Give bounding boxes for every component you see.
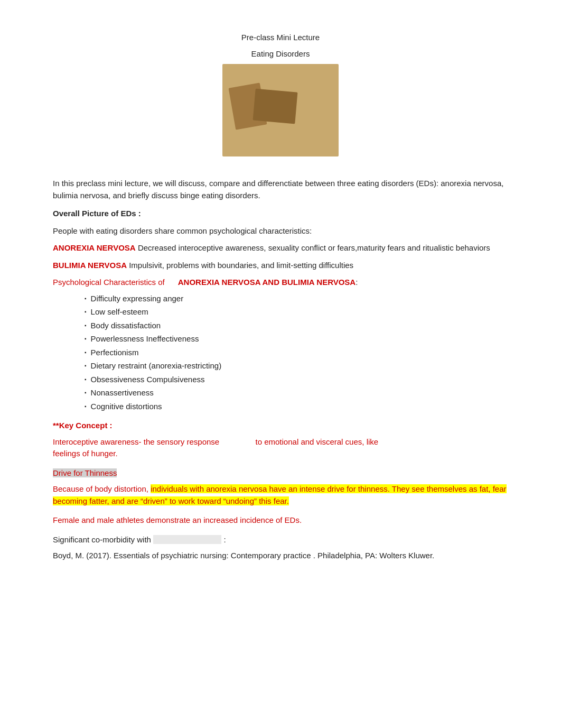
characteristics-list: Difficulty expressing anger Low self-est… [85, 293, 508, 413]
list-item: Obsessiveness Compulsiveness [85, 374, 508, 386]
comorbidity-colon: : [223, 535, 226, 544]
header-title: Pre-class Mini Lecture [53, 32, 508, 44]
anorexia-desc: Decreased interoceptive awareness, sexua… [138, 243, 490, 252]
book-image [222, 64, 339, 156]
drive-title: Drive for Thinness [53, 468, 117, 477]
eating-disorders-label: Eating Disorders [251, 49, 310, 58]
key-concept-label: ** [53, 421, 59, 430]
list-item: Perfectionism [85, 347, 508, 359]
psych-char-label: Psychological Characteristics of [53, 277, 165, 289]
psych-char-title: ANOREXIA NERVOSA AND BULIMIA NERVOSA [178, 277, 356, 289]
pre-class-label: Pre-class Mini Lecture [241, 33, 320, 42]
intro-paragraph: In this preclass mini lecture, we will d… [53, 178, 508, 201]
list-item: Dietary restraint (anorexia-restricting) [85, 360, 508, 372]
list-item: Difficulty expressing anger [85, 293, 508, 305]
bulimia-label: BULIMIA NERVOSA [53, 261, 127, 270]
comorbidity-label: Significant co-morbidity with [53, 535, 151, 544]
anorexia-label: ANOREXIA NERVOSA [53, 243, 136, 252]
psych-char-heading: Psychological Characteristics of ANOREXI… [53, 277, 508, 289]
list-item: Body dissatisfaction [85, 320, 508, 332]
people-text: People with eating disorders share commo… [53, 225, 508, 237]
psych-char-colon: : [356, 277, 358, 289]
header-subtitle: Eating Disorders [53, 48, 508, 60]
athletes-line: Female and male athletes demonstrate an … [53, 514, 508, 527]
interoceptive-line2: feelings of hunger. [53, 448, 508, 460]
list-item: Low self-esteem [85, 306, 508, 318]
interoceptive-text1: Interoceptive awareness- the sensory res… [53, 437, 219, 446]
bulimia-line: BULIMIA NERVOSA Impulsivit, problems wit… [53, 260, 508, 272]
drive-thinness-heading: Drive for Thinness [53, 467, 508, 480]
interoceptive-text2: to emotional and visceral cues, like [256, 437, 379, 446]
list-item: Powerlessness Ineffectiveness [85, 333, 508, 345]
interoceptive-line: Interoceptive awareness- the sensory res… [53, 436, 508, 448]
body-distortion-paragraph: Because of body distortion, individuals … [53, 483, 508, 507]
list-item: Cognitive distortions [85, 401, 508, 413]
bulimia-desc: Impulsivit, problems with boundaries, an… [129, 261, 353, 270]
key-concept-text: Key Concept : [59, 421, 113, 430]
anorexia-line: ANOREXIA NERVOSA Decreased interoceptive… [53, 242, 508, 254]
interoceptive-text3: feelings of hunger. [53, 449, 118, 458]
overall-title: Overall Picture of EDs : [53, 208, 508, 220]
comorbidity-line: Significant co-morbidity with : [53, 534, 508, 546]
body-distortion-intro: Because of body distortion, [53, 484, 148, 493]
page-container: Pre-class Mini Lecture Eating Disorders … [53, 32, 508, 562]
key-concept-line: **Key Concept : [53, 420, 508, 432]
list-item: Nonassertiveness [85, 387, 508, 399]
citation: Boyd, M. (2017). Essentials of psychiatr… [53, 550, 508, 562]
